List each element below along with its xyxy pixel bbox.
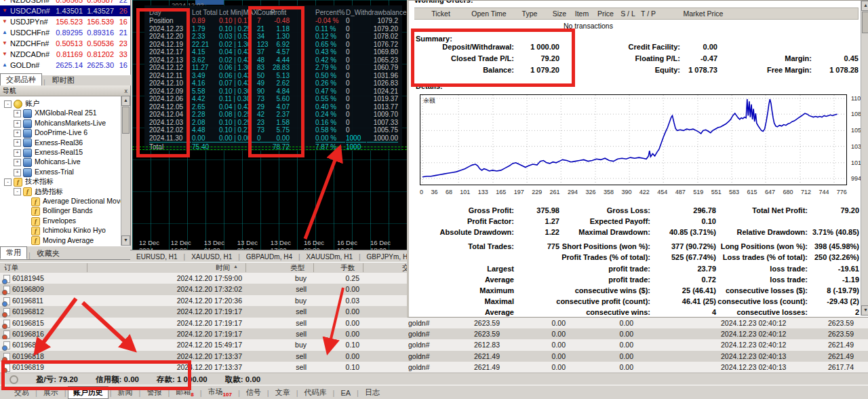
close-icon[interactable]: x (125, 88, 128, 94)
tree-item[interactable]: fMoving Average (23, 235, 94, 245)
stat-value: 1.22 (545, 228, 559, 236)
terminal-tab-2[interactable]: 展示 (39, 387, 63, 398)
terminal-tab-4[interactable]: 新闻 (113, 387, 138, 398)
expand-icon[interactable]: + (14, 139, 21, 147)
navigator-scrollbar[interactable]: ▲ ▼ (121, 96, 130, 246)
terminal-tab-10[interactable]: 代码库 (300, 387, 332, 398)
market-watch-tab-2[interactable]: 即时图 (47, 75, 80, 86)
market-watch-row[interactable]: ▼USDCADn#1.435011.4352726 (0, 5, 130, 16)
tree-item[interactable]: +Exness-Real15 (14, 147, 83, 157)
day-table-cell-wd: 0 (346, 79, 366, 87)
orders-header-type[interactable]: 类型 (290, 263, 304, 273)
expand-icon[interactable]: + (14, 159, 21, 166)
terminal-tab-6[interactable]: 邮箱8 (171, 386, 198, 398)
terminal-tab-9[interactable]: 文章 (271, 387, 295, 398)
report-scrollbar-thumb[interactable] (862, 12, 868, 33)
column-separator[interactable] (245, 263, 246, 272)
order-row[interactable]: 601968162024.12.20 17:19:17sell0.00goldn… (0, 328, 868, 339)
tree-item[interactable]: -f趋势指标 (14, 187, 63, 196)
stat-label: Gross Loss: (607, 206, 650, 214)
working-orders-header-cell[interactable]: S / L (618, 7, 639, 20)
report-scroll-down-icon[interactable]: ▼ (861, 305, 868, 316)
order-cell-time: 2024.12.20 17:59:00 (122, 273, 242, 284)
working-orders-header-cell[interactable] (748, 7, 859, 20)
stat-value: 0.10 (702, 217, 716, 225)
working-orders-header-cell[interactable]: Price (593, 7, 618, 20)
tree-item[interactable]: -账户 (4, 98, 39, 108)
order-row[interactable]: 601968182024.12.20 17:13:37sell0.00goldn… (0, 351, 868, 362)
chart-window[interactable]: 2024.12.02 DayLot TotalLot Min|MAXCountP… (132, 0, 407, 250)
tree-item[interactable]: -f技术指标 (4, 176, 54, 186)
terminal-tab-11[interactable]: EA (336, 388, 355, 398)
terminal-tab-5[interactable]: 警报 (142, 387, 166, 398)
scrollbar-thumb[interactable] (122, 107, 130, 134)
spread-value: 33 (114, 49, 127, 60)
working-orders-header-cell[interactable]: Market Price (658, 7, 749, 20)
tree-item[interactable]: fIchimoku Kinko Hyo (23, 225, 106, 235)
navigator-tab-1[interactable]: 常用 (0, 246, 27, 259)
navigator-tab-2[interactable]: 收藏夹 (32, 248, 65, 259)
collapse-icon[interactable]: - (14, 188, 21, 195)
market-watch-row[interactable]: ▼NZDCADn#0.811690.8120233 (0, 49, 130, 60)
terminal-tab-1[interactable]: 交易 (9, 387, 34, 398)
chart-tab[interactable]: XAUUSDm, H1 (300, 252, 359, 261)
working-orders-header-cell[interactable]: Item (570, 7, 594, 20)
order-row[interactable]: 601968172024.12.20 15:49:17buy0.10goldn#… (0, 339, 868, 350)
working-orders-header-cell[interactable]: Ticket (414, 7, 468, 20)
chart-tab[interactable]: GBPAUDm, H4 (240, 252, 298, 261)
orders-header-order[interactable]: 订单 (4, 263, 18, 273)
collapse-icon[interactable]: - (4, 178, 12, 186)
column-separator[interactable] (363, 263, 363, 272)
market-watch-row[interactable]: ▼USDJPYn#156.523156.53916 (0, 16, 130, 27)
tree-item[interactable]: fAverage Directional Moven (23, 196, 128, 206)
terminal-tab-12[interactable]: 日志 (360, 387, 384, 398)
orders-header-time[interactable]: 时间 (216, 263, 230, 273)
terminal-tab-7[interactable]: 市场107 (203, 386, 237, 398)
chart-tab[interactable]: XAUUSD, H1 (185, 252, 238, 261)
x-axis-tick-label: 326 (585, 189, 595, 195)
tree-item[interactable]: +DooPrime-Live 6 (14, 128, 87, 137)
scroll-down-icon[interactable]: ▼ (121, 235, 130, 246)
expand-icon[interactable]: + (14, 149, 21, 157)
tree-item[interactable]: +Exness-Real36 (14, 138, 83, 147)
chart-tab[interactable]: GBPJPYm, H1 (361, 252, 407, 261)
working-orders-header-cell[interactable]: Size (549, 7, 571, 20)
column-separator[interactable] (87, 263, 87, 272)
working-orders-label: Working Orders: (414, 0, 473, 4)
sort-ascending-icon[interactable]: ▲ (233, 264, 238, 269)
working-orders-header-cell[interactable]: Open Time (467, 7, 511, 20)
day-table-cell-profit: 1.30 (268, 33, 290, 40)
tree-item[interactable]: +Exness-Trial (14, 167, 74, 176)
scroll-up-icon[interactable]: ▲ (121, 96, 130, 106)
tree-item[interactable]: +Mohicans-Live (14, 157, 81, 166)
tree-item[interactable]: fEnvelopes (23, 216, 76, 225)
expand-icon[interactable]: + (14, 130, 21, 137)
expand-icon[interactable]: + (14, 110, 21, 117)
column-separator[interactable] (313, 263, 314, 272)
time-axis-label: 12 Dec 16:00 (171, 239, 204, 250)
report-scrollbar[interactable]: ▲ ▼ (861, 1, 868, 316)
working-orders-header-cell[interactable]: T / P (638, 7, 659, 20)
market-watch-row[interactable]: ▼NZDCHFn#0.505130.5053623 (0, 38, 130, 49)
tree-item[interactable]: +XMGlobal-Real 251 (14, 108, 97, 117)
collapse-icon[interactable]: - (4, 100, 12, 108)
market-watch-row[interactable]: ▲USDCHFn#0.892950.8931621 (0, 27, 130, 38)
stat-value: 25 (46.41) (682, 286, 716, 294)
expand-icon[interactable]: + (14, 169, 21, 176)
market-watch-tab-1[interactable]: 交易品种 (0, 73, 42, 86)
day-table-cell-wd: 0 (346, 64, 366, 71)
tree-item[interactable]: fBollinger Bands (23, 206, 93, 215)
chart-tab[interactable]: EURUSD, H1 (130, 252, 184, 261)
working-orders-header-cell[interactable]: Type (511, 7, 549, 20)
order-row[interactable]: 601968192024.12.20 17:13:37sell0.10goldn… (0, 362, 868, 373)
market-watch-row[interactable]: ▲GOLDn#2625.142625.3016 (0, 60, 130, 71)
report-scroll-up-icon[interactable]: ▲ (861, 1, 868, 11)
orders-header-lots[interactable]: 手数 (340, 263, 355, 273)
tree-item[interactable]: +MohicansMarkets-Live (14, 118, 106, 128)
order-row[interactable]: 601968152024.12.20 17:19:17sell0.00goldn… (0, 318, 868, 328)
market-watch-row[interactable]: ▼NZDUSDn#0.565650.5658722 (0, 0, 130, 5)
terminal-tab-8[interactable]: 信号 (241, 387, 266, 398)
day-table-cell-label: 2024.12.23 (149, 25, 191, 33)
expand-icon[interactable]: + (14, 120, 21, 128)
terminal-tab-3[interactable]: 账户历史 (68, 386, 108, 399)
